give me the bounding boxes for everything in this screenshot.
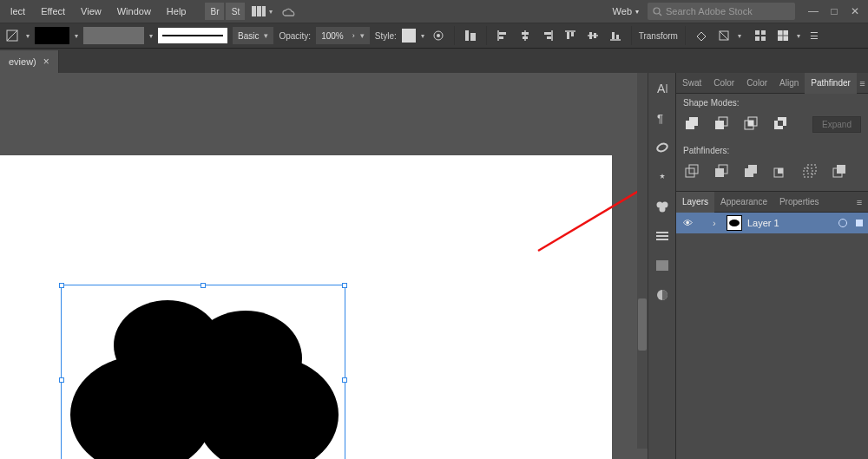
- handle-tl[interactable]: [59, 283, 64, 288]
- minimize-button[interactable]: ―: [804, 4, 823, 18]
- tab-appearance[interactable]: Appearance: [714, 192, 773, 213]
- swatches-panel-icon[interactable]: [652, 196, 673, 217]
- stock-button[interactable]: St: [226, 3, 245, 20]
- gradient-panel-icon[interactable]: [652, 255, 673, 276]
- pathfinder-trim-button[interactable]: [713, 163, 730, 180]
- pathfinders-label: Pathfinders:: [676, 141, 868, 160]
- search-placeholder: Search Adobe Stock: [666, 6, 753, 16]
- stroke-preview[interactable]: [158, 28, 227, 43]
- panel-menu-icon[interactable]: ☰: [806, 27, 823, 44]
- svg-rect-63: [748, 121, 753, 126]
- disclosure-icon[interactable]: ›: [713, 218, 721, 228]
- align-hcenter-icon[interactable]: [516, 27, 534, 44]
- scroll-thumb[interactable]: [638, 298, 647, 351]
- panel-menu-icon[interactable]: ≡: [857, 78, 868, 89]
- brush-preset-dropdown[interactable]: Basic: [233, 27, 273, 44]
- menu-window[interactable]: Window: [110, 3, 158, 20]
- svg-rect-24: [589, 32, 592, 39]
- tab-layers[interactable]: Layers: [676, 192, 714, 213]
- svg-rect-25: [594, 33, 596, 38]
- svg-line-6: [7, 30, 17, 41]
- sync-icon[interactable]: [279, 3, 297, 20]
- pathfinder-outline-button[interactable]: [801, 163, 819, 180]
- canvas-area[interactable]: [0, 73, 648, 459]
- shape-builder-icon[interactable]: [693, 27, 710, 44]
- svg-rect-1: [257, 6, 261, 16]
- menu-effect[interactable]: Effect: [34, 3, 72, 20]
- opacity-dropdown[interactable]: 100%›: [316, 27, 370, 44]
- vertical-scrollbar[interactable]: [637, 73, 648, 449]
- svg-line-4: [660, 13, 662, 16]
- no-selection-icon[interactable]: [3, 27, 21, 44]
- pathfinder-divide-button[interactable]: [683, 163, 700, 180]
- search-input[interactable]: Search Adobe Stock: [648, 3, 795, 20]
- align-icon[interactable]: [462, 27, 479, 44]
- pathfinder-minus-back-button[interactable]: [831, 163, 848, 180]
- pathfinder-exclude-button[interactable]: [772, 115, 789, 133]
- workspace-switcher[interactable]: Web ▾: [606, 3, 646, 20]
- paragraph-panel-icon[interactable]: ¶: [652, 108, 673, 128]
- search-icon: [653, 7, 662, 16]
- handle-tr[interactable]: [342, 283, 347, 288]
- svg-rect-32: [761, 30, 766, 35]
- panel-menu-icon[interactable]: ≡: [851, 197, 868, 207]
- snap-icon[interactable]: [774, 27, 792, 44]
- tab-align[interactable]: Align: [773, 73, 805, 94]
- svg-point-3: [654, 8, 660, 14]
- align-vcenter-icon[interactable]: [584, 27, 602, 44]
- document-setup-icon[interactable]: [430, 27, 447, 44]
- tab-color[interactable]: Color: [707, 73, 740, 94]
- tab-pathfinder[interactable]: Pathfinder: [805, 73, 857, 94]
- menu-view[interactable]: View: [74, 3, 108, 20]
- handle-mr[interactable]: [342, 377, 347, 383]
- pathfinder-minus-front-button[interactable]: [713, 115, 730, 133]
- type-panel-icon[interactable]: A: [652, 78, 673, 99]
- layer-name[interactable]: Layer 1: [747, 218, 779, 228]
- svg-text:¶: ¶: [657, 112, 663, 125]
- svg-point-50: [659, 207, 665, 213]
- isolate-icon[interactable]: [715, 27, 733, 44]
- stroke-swatch[interactable]: [83, 27, 144, 44]
- close-tab-icon[interactable]: ×: [43, 56, 49, 68]
- bridge-button[interactable]: Br: [205, 3, 224, 20]
- svg-rect-16: [523, 36, 528, 39]
- transform-label[interactable]: Transform: [639, 31, 678, 41]
- target-icon[interactable]: [838, 219, 847, 227]
- svg-rect-68: [689, 165, 698, 174]
- fill-swatch[interactable]: [35, 27, 69, 44]
- document-tab[interactable]: eview) ×: [0, 50, 59, 73]
- align-bottom-icon[interactable]: [607, 27, 624, 44]
- visibility-icon[interactable]: 👁: [681, 218, 694, 228]
- align-left-icon[interactable]: [494, 27, 511, 44]
- handle-ml[interactable]: [59, 377, 64, 383]
- chevron-down-icon: ▾: [269, 8, 273, 16]
- menu-select[interactable]: lect: [3, 3, 32, 20]
- arrange-documents-dropdown[interactable]: ▾: [247, 6, 278, 16]
- selection-bounding-box[interactable]: [61, 285, 345, 459]
- symbols-panel-icon[interactable]: [652, 167, 673, 187]
- pathfinder-crop-button[interactable]: [772, 163, 789, 180]
- style-swatch[interactable]: [402, 29, 416, 43]
- chevron-down-icon: ▾: [75, 32, 78, 40]
- tab-swatches[interactable]: Swat: [676, 73, 707, 94]
- pathfinder-merge-button[interactable]: [742, 163, 760, 180]
- layer-row[interactable]: 👁 › Layer 1: [676, 213, 868, 233]
- svg-rect-59: [715, 121, 724, 129]
- menu-help[interactable]: Help: [160, 3, 194, 20]
- tab-properties[interactable]: Properties: [773, 192, 825, 213]
- svg-rect-72: [748, 165, 757, 174]
- tab-color-guide[interactable]: Color: [740, 73, 773, 94]
- brush-panel-icon[interactable]: [652, 137, 673, 158]
- svg-rect-28: [616, 35, 619, 39]
- stroke-panel-icon[interactable]: [652, 226, 673, 246]
- pathfinder-unite-button[interactable]: [683, 115, 700, 133]
- align-right-icon[interactable]: [539, 27, 556, 44]
- handle-tm[interactable]: [201, 283, 206, 288]
- grid-icon[interactable]: [752, 27, 769, 44]
- svg-rect-58: [689, 117, 698, 126]
- close-window-button[interactable]: ✕: [845, 4, 865, 18]
- align-top-icon[interactable]: [562, 27, 579, 44]
- maximize-button[interactable]: □: [825, 4, 844, 18]
- transparency-panel-icon[interactable]: [652, 285, 673, 305]
- pathfinder-intersect-button[interactable]: [742, 115, 760, 133]
